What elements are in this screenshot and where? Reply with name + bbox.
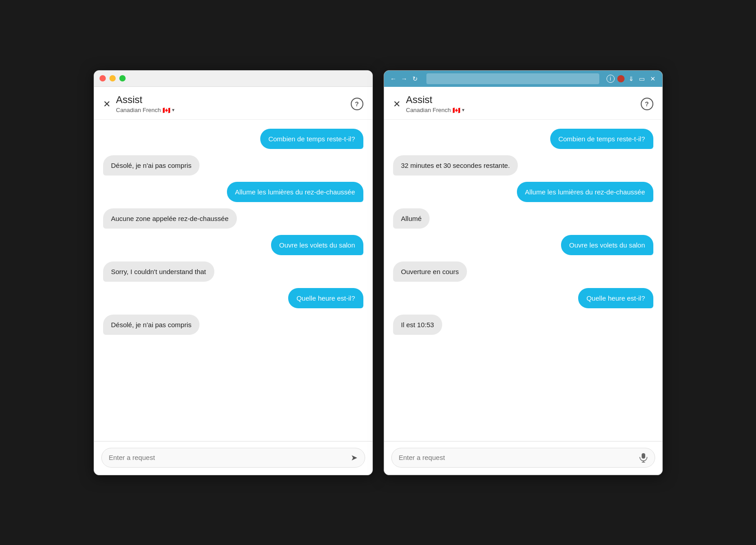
left-chat-area: Combien de temps reste-t-il? Désolé, je … bbox=[94, 120, 372, 441]
left-bubble-4: Aucune zone appelée rez-de-chaussée bbox=[103, 208, 237, 229]
right-bubble-4: Allumé bbox=[393, 208, 430, 229]
left-bubble-2: Désolé, je n'ai pas compris bbox=[103, 155, 200, 176]
right-flag-icon: 🇨🇦 bbox=[453, 107, 460, 114]
svg-rect-0 bbox=[642, 453, 645, 459]
max-control[interactable] bbox=[119, 75, 126, 81]
right-bubble-5: Ouvre les volets du salon bbox=[561, 235, 653, 255]
browser-right-icons: i ⇓ ▭ ✕ bbox=[607, 75, 657, 83]
right-mic-button[interactable] bbox=[639, 453, 647, 463]
browser-nav-icons: ← → ↻ bbox=[389, 75, 419, 83]
browser-refresh-icon[interactable]: ↻ bbox=[411, 75, 419, 83]
left-help-button[interactable]: ? bbox=[351, 98, 363, 110]
right-title-group: Assist Canadian French 🇨🇦 ▾ bbox=[406, 94, 641, 114]
right-bubble-7: Quelle heure est-il? bbox=[578, 288, 653, 308]
browser-download-icon[interactable]: ⇓ bbox=[627, 75, 635, 83]
right-msg-2: 32 minutes et 30 secondes restante. bbox=[393, 155, 653, 176]
close-control[interactable] bbox=[100, 75, 106, 81]
right-browser-bar: ← → ↻ i ⇓ ▭ ✕ bbox=[384, 71, 662, 87]
right-msg-7: Quelle heure est-il? bbox=[393, 288, 653, 308]
right-msg-5: Ouvre les volets du salon bbox=[393, 235, 653, 255]
right-app-title: Assist bbox=[406, 94, 641, 106]
left-input-row: ➤ bbox=[101, 448, 365, 468]
browser-close-icon[interactable]: ✕ bbox=[649, 75, 657, 83]
right-msg-1: Combien de temps reste-t-il? bbox=[393, 129, 653, 149]
right-msg-6: Ouverture en cours bbox=[393, 261, 653, 282]
right-window: ← → ↻ i ⇓ ▭ ✕ ✕ Assist Canadian French 🇨… bbox=[384, 70, 663, 475]
right-lang-row[interactable]: Canadian French 🇨🇦 ▾ bbox=[406, 107, 641, 114]
right-chevron-icon: ▾ bbox=[462, 107, 465, 113]
left-bubble-3: Allume les lumières du rez-de-chaussée bbox=[227, 182, 363, 202]
left-close-button[interactable]: ✕ bbox=[103, 99, 111, 108]
right-bubble-2: 32 minutes et 30 secondes restante. bbox=[393, 155, 518, 176]
browser-forward-icon[interactable]: → bbox=[400, 75, 408, 83]
right-help-button[interactable]: ? bbox=[641, 98, 653, 110]
right-input-row bbox=[391, 448, 655, 468]
left-send-button[interactable]: ➤ bbox=[351, 453, 358, 463]
left-chevron-icon: ▾ bbox=[172, 107, 175, 113]
min-control[interactable] bbox=[109, 75, 116, 81]
right-msg-3: Allume les lumières du rez-de-chaussée bbox=[393, 182, 653, 202]
browser-back-icon[interactable]: ← bbox=[389, 75, 398, 83]
left-app-title: Assist bbox=[116, 94, 351, 106]
left-msg-7: Quelle heure est-il? bbox=[103, 288, 363, 308]
left-bubble-7: Quelle heure est-il? bbox=[288, 288, 363, 308]
browser-ext1-icon[interactable] bbox=[617, 75, 625, 82]
left-app-header: ✕ Assist Canadian French 🇨🇦 ▾ ? bbox=[94, 87, 372, 120]
left-msg-5: Ouvre les volets du salon bbox=[103, 235, 363, 255]
right-msg-4: Allumé bbox=[393, 208, 653, 229]
right-lang-text: Canadian French bbox=[406, 107, 451, 113]
left-msg-6: Sorry, I couldn't understand that bbox=[103, 261, 363, 282]
left-window: ✕ Assist Canadian French 🇨🇦 ▾ ? Combien … bbox=[94, 70, 373, 475]
left-flag-icon: 🇨🇦 bbox=[163, 107, 170, 114]
right-bubble-1: Combien de temps reste-t-il? bbox=[550, 129, 653, 149]
left-bubble-5: Ouvre les volets du salon bbox=[271, 235, 363, 255]
right-input-area bbox=[384, 441, 662, 475]
right-chat-area: Combien de temps reste-t-il? 32 minutes … bbox=[384, 120, 662, 441]
left-lang-row[interactable]: Canadian French 🇨🇦 ▾ bbox=[116, 107, 351, 114]
left-input-area: ➤ bbox=[94, 441, 372, 475]
browser-info-icon[interactable]: i bbox=[607, 75, 615, 83]
left-request-input[interactable] bbox=[109, 454, 347, 461]
browser-window-icon[interactable]: ▭ bbox=[638, 75, 646, 83]
right-close-button[interactable]: ✕ bbox=[393, 99, 401, 108]
left-msg-1: Combien de temps reste-t-il? bbox=[103, 129, 363, 149]
right-bubble-6: Ouverture en cours bbox=[393, 261, 467, 282]
left-lang-text: Canadian French bbox=[116, 107, 161, 113]
right-msg-8: Il est 10:53 bbox=[393, 315, 653, 335]
browser-url-bar[interactable] bbox=[426, 73, 599, 84]
left-msg-4: Aucune zone appelée rez-de-chaussée bbox=[103, 208, 363, 229]
left-bubble-8: Désolé, je n'ai pas compris bbox=[103, 315, 200, 335]
left-title-bar bbox=[94, 71, 372, 87]
left-title-group: Assist Canadian French 🇨🇦 ▾ bbox=[116, 94, 351, 114]
right-request-input[interactable] bbox=[399, 454, 636, 461]
left-msg-8: Désolé, je n'ai pas compris bbox=[103, 315, 363, 335]
right-app-header: ✕ Assist Canadian French 🇨🇦 ▾ ? bbox=[384, 87, 662, 120]
left-msg-2: Désolé, je n'ai pas compris bbox=[103, 155, 363, 176]
right-bubble-3: Allume les lumières du rez-de-chaussée bbox=[517, 182, 653, 202]
right-bubble-8: Il est 10:53 bbox=[393, 315, 442, 335]
left-bubble-1: Combien de temps reste-t-il? bbox=[260, 129, 363, 149]
left-bubble-6: Sorry, I couldn't understand that bbox=[103, 261, 214, 282]
left-msg-3: Allume les lumières du rez-de-chaussée bbox=[103, 182, 363, 202]
